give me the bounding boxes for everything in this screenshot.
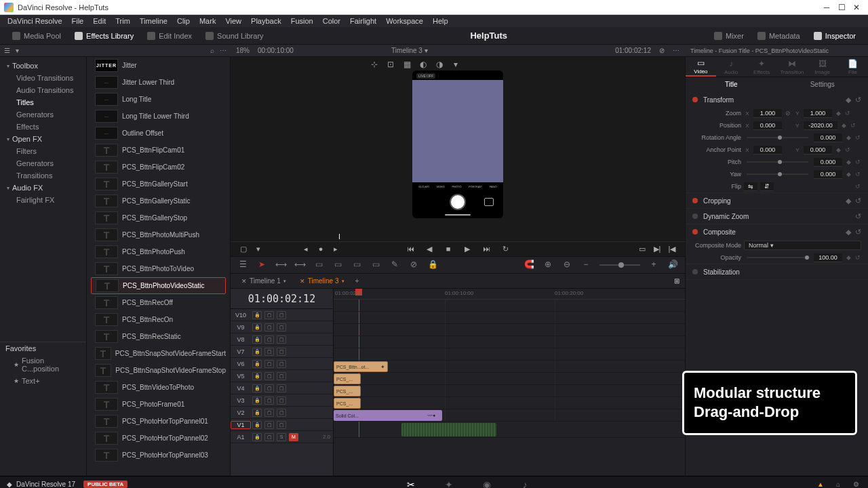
sidebar-item-audio-transitions[interactable]: Audio Transitions: [0, 84, 86, 96]
lock-icon[interactable]: 🔒: [252, 372, 262, 380]
lock-icon[interactable]: 🔒: [252, 323, 262, 331]
page-fairlight-icon[interactable]: ♪: [519, 479, 530, 489]
page-fusion-icon[interactable]: ✦: [443, 479, 454, 489]
title-item[interactable]: TPCS_BttnGalleryStop: [91, 209, 226, 226]
title-item[interactable]: TPCS_PhotoHorTopPannel02: [91, 430, 226, 447]
stabilization-section[interactable]: Stabilization: [686, 264, 868, 279]
menu-fairlight[interactable]: Fairlight: [345, 17, 381, 25]
disable-icon[interactable]: ▢: [277, 409, 286, 417]
dynamic-zoom-section[interactable]: Dynamic Zoom↺: [686, 209, 868, 224]
disable-icon[interactable]: ▢: [277, 323, 286, 331]
inspector-button[interactable]: Inspector: [807, 32, 863, 40]
keyframe-icon[interactable]: ◆: [845, 171, 852, 178]
solo-button[interactable]: S: [277, 433, 286, 441]
timeline-ruler[interactable]: 01:00:02:1 01:00:10:00 01:00:20:00: [334, 289, 685, 300]
cropping-section[interactable]: Cropping◆↺: [686, 193, 868, 208]
favorite-item[interactable]: Text+: [0, 375, 86, 387]
title-item[interactable]: TPCS_BttnRecOn: [91, 311, 226, 328]
track-v5[interactable]: PCS_Bttn...ot...✦: [334, 361, 685, 373]
menu-edit[interactable]: Edit: [88, 17, 111, 25]
menu-help[interactable]: Help: [428, 17, 453, 25]
prev-marker-icon[interactable]: ◂: [301, 245, 311, 254]
lock-icon[interactable]: 🔒: [252, 311, 262, 319]
close-button[interactable]: ✕: [849, 3, 864, 12]
lock-icon[interactable]: 🔒: [427, 260, 438, 270]
page-edit-icon[interactable]: ✂: [406, 479, 416, 489]
keyframe-icon[interactable]: ◆: [846, 197, 851, 205]
reset-icon[interactable]: ↺: [844, 146, 851, 153]
effects-library-button[interactable]: Effects Library: [68, 32, 140, 40]
maximize-button[interactable]: ☐: [834, 3, 849, 12]
track-header-v9[interactable]: V9🔒▢▢: [231, 321, 333, 333]
track-v3[interactable]: PCS_...〰 ✦: [334, 385, 685, 397]
track-header-a1[interactable]: A1🔒▢SM2.0: [231, 431, 333, 443]
title-item[interactable]: TPCS_BttnPhotoVideoStatic: [91, 277, 226, 294]
mute-button[interactable]: M: [289, 433, 298, 441]
media-pool-button[interactable]: Media Pool: [5, 32, 68, 40]
sidebar-item-filters[interactable]: Filters: [0, 145, 86, 157]
menu-playback[interactable]: Playback: [246, 17, 286, 25]
next-marker-icon[interactable]: ▸: [331, 245, 340, 254]
snap-icon[interactable]: 🧲: [524, 260, 534, 270]
lock-icon[interactable]: 🔒: [252, 336, 262, 344]
play-icon[interactable]: ▶: [462, 245, 472, 254]
keyframe-icon[interactable]: ◆: [845, 134, 852, 141]
viewer-scrubber[interactable]: [231, 232, 685, 241]
edit-index-button[interactable]: Edit Index: [140, 32, 199, 40]
title-item[interactable]: TPCS_BttnVideoToPhoto: [91, 379, 226, 396]
keyframe-icon[interactable]: ◆: [835, 146, 842, 153]
keyframe-icon[interactable]: ◆: [846, 228, 851, 237]
disable-icon[interactable]: ▢: [277, 421, 286, 429]
reset-icon[interactable]: ↺: [855, 228, 861, 237]
lock-icon[interactable]: 🔒: [252, 348, 262, 356]
menu-fusion[interactable]: Fusion: [286, 17, 318, 25]
title-item[interactable]: —Long Title Lower Third: [91, 108, 226, 125]
step-back-icon[interactable]: ◀: [425, 245, 434, 254]
go-end-icon[interactable]: ⏭: [481, 245, 491, 254]
title-item[interactable]: TPCS_BttnSnapShotVideoFrameStart: [91, 345, 226, 362]
menu-trim[interactable]: Trim: [111, 17, 135, 25]
inspector-subtab-settings[interactable]: Settings: [777, 77, 869, 92]
reset-icon[interactable]: ↺: [855, 197, 861, 205]
clip[interactable]: PCS_...〰 ✦: [334, 386, 361, 396]
inspector-tab-transition[interactable]: ⧓Transition: [776, 57, 807, 77]
search-icon[interactable]: ⌕: [210, 47, 214, 54]
lock-icon[interactable]: 🔒: [252, 433, 262, 441]
track-v2[interactable]: PCS_...〰 ✦: [334, 397, 685, 409]
enable-dot-icon[interactable]: [692, 198, 698, 203]
transform-tool-icon[interactable]: ⊹: [370, 60, 379, 69]
zoom-out-icon[interactable]: ⊖: [561, 260, 572, 270]
match-frame-icon[interactable]: ▭: [637, 245, 647, 254]
marker-dot-icon[interactable]: ●: [316, 245, 326, 254]
title-item[interactable]: TPCS_BttnPhotoToVideo: [91, 260, 226, 277]
sidebar-item-video-transitions[interactable]: Video Transitions: [0, 72, 86, 84]
disable-icon[interactable]: ▢: [277, 396, 286, 405]
dropdown-icon[interactable]: ▾: [254, 245, 263, 254]
transform-section[interactable]: Transform ◆↺: [686, 92, 868, 107]
keyframe-icon[interactable]: ◆: [840, 122, 847, 129]
track-header-v1[interactable]: V1🔒▢▢: [231, 419, 333, 431]
options-icon[interactable]: ⋯: [220, 47, 226, 54]
trim-tool-icon[interactable]: ⟷: [275, 260, 286, 270]
track-v7[interactable]: [334, 336, 685, 348]
title-item[interactable]: TPCS_BttnPhotoPush: [91, 243, 226, 260]
dropdown-icon[interactable]: ▾: [451, 60, 460, 69]
flag-icon[interactable]: [446, 260, 457, 270]
title-item[interactable]: —Outline Offset: [91, 125, 226, 142]
viewer-zoom[interactable]: 18%: [236, 47, 250, 54]
clip[interactable]: Solid Col...〰◆: [334, 410, 442, 421]
title-item[interactable]: —Jitter Lower Third: [91, 74, 226, 91]
auto-select-icon[interactable]: ▢: [264, 409, 274, 417]
inspector-subtab-title[interactable]: Title: [686, 77, 777, 92]
track-v4[interactable]: PCS_...〰 ✦: [334, 373, 685, 385]
disable-icon[interactable]: ▢: [277, 360, 286, 368]
loop-icon[interactable]: ↻: [500, 245, 510, 254]
track-header-v5[interactable]: V5🔒▢▢: [231, 370, 333, 382]
menu-color[interactable]: Color: [318, 17, 345, 25]
title-item[interactable]: —Long Title: [91, 91, 226, 108]
sidebar-item-titles[interactable]: Titles: [0, 96, 86, 108]
track-a1[interactable]: [334, 422, 685, 438]
auto-select-icon[interactable]: ▢: [264, 372, 274, 380]
replace-icon[interactable]: ▭: [351, 260, 362, 270]
sidebar-item-generators[interactable]: Generators: [0, 108, 86, 121]
